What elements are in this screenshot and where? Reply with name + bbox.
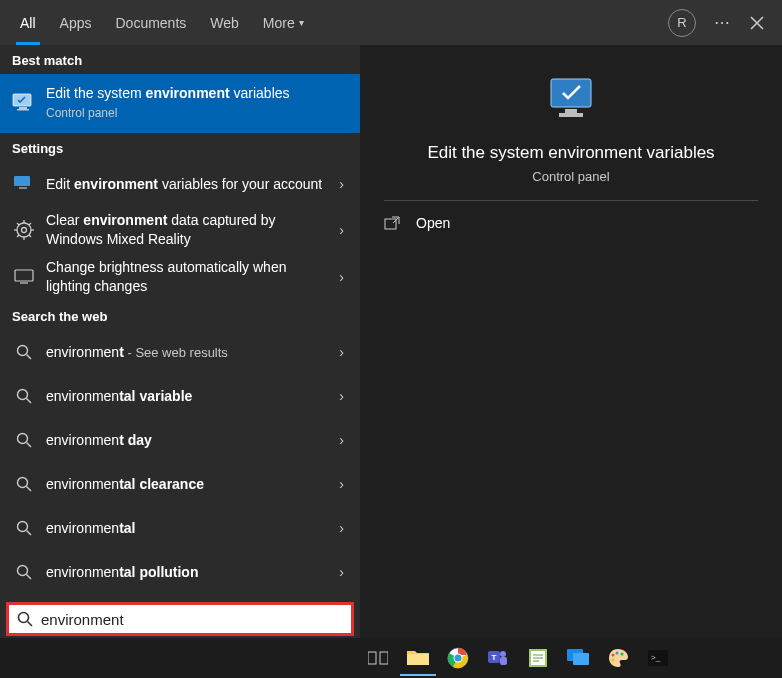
svg-rect-55 (573, 653, 589, 665)
web-item-3[interactable]: environmental clearance › (0, 462, 360, 506)
web-item-0[interactable]: environment - See web results › (0, 330, 360, 374)
search-icon (10, 384, 38, 408)
svg-point-36 (19, 613, 29, 623)
detail-panel: Edit the system environment variables Co… (360, 45, 782, 638)
tab-web[interactable]: Web (198, 0, 251, 45)
svg-rect-48 (500, 657, 507, 665)
svg-text:T: T (492, 653, 497, 662)
svg-rect-39 (380, 652, 388, 664)
search-icon (10, 560, 38, 584)
svg-line-20 (27, 398, 32, 403)
best-match-title: Edit the system environment variables (46, 84, 350, 103)
chevron-right-icon: › (333, 520, 350, 536)
task-view-icon[interactable] (360, 640, 396, 676)
web-item-2[interactable]: environment day › (0, 418, 360, 462)
settings-item-label: Clear environment data captured by Windo… (46, 211, 333, 249)
chevron-right-icon: › (333, 564, 350, 580)
search-input[interactable] (41, 611, 343, 628)
detail-hero-icon (543, 75, 599, 127)
chevron-right-icon: › (333, 388, 350, 404)
chevron-right-icon: › (333, 269, 350, 285)
tab-documents[interactable]: Documents (103, 0, 198, 45)
results-panel: Best match Edit the system environment v… (0, 45, 360, 638)
gear-icon (10, 218, 38, 242)
terminal-icon[interactable]: >_ (640, 640, 676, 676)
settings-item-label: Change brightness automatically when lig… (46, 258, 333, 296)
svg-rect-32 (565, 109, 577, 113)
svg-point-27 (18, 565, 28, 575)
system-settings-icon (10, 91, 38, 115)
web-item-1[interactable]: environmental variable › (0, 374, 360, 418)
open-icon (384, 216, 416, 230)
teams-icon[interactable]: T (480, 640, 516, 676)
svg-line-26 (27, 530, 32, 535)
svg-point-6 (22, 227, 27, 232)
web-item-4[interactable]: environmental › (0, 506, 360, 550)
chevron-right-icon: › (333, 222, 350, 238)
svg-rect-33 (559, 113, 583, 117)
open-action[interactable]: Open (384, 201, 758, 245)
chrome-icon[interactable] (440, 640, 476, 676)
open-label: Open (416, 215, 450, 231)
tab-all[interactable]: All (8, 0, 48, 45)
svg-line-22 (27, 442, 32, 447)
svg-point-44 (455, 655, 462, 662)
chevron-right-icon: › (333, 432, 350, 448)
web-item-label: environmental (46, 519, 333, 538)
svg-point-19 (18, 389, 28, 399)
notepadpp-icon[interactable] (520, 640, 556, 676)
best-match-item[interactable]: Edit the system environment variables Co… (0, 74, 360, 133)
svg-line-18 (27, 354, 32, 359)
rdp-icon[interactable] (560, 640, 596, 676)
web-item-label: environmental variable (46, 387, 333, 406)
tab-apps[interactable]: Apps (48, 0, 104, 45)
system-settings-icon (10, 172, 38, 196)
svg-line-24 (27, 486, 32, 491)
search-box[interactable] (6, 602, 354, 636)
svg-point-25 (18, 521, 28, 531)
web-item-5[interactable]: environmental pollution › (0, 550, 360, 594)
web-item-label: environmental clearance (46, 475, 333, 494)
search-icon (10, 516, 38, 540)
svg-rect-38 (368, 652, 376, 664)
svg-point-5 (17, 223, 31, 237)
search-icon (17, 611, 33, 627)
section-search-web: Search the web (0, 301, 360, 330)
monitor-icon (10, 265, 38, 289)
svg-line-12 (29, 235, 31, 237)
svg-line-13 (17, 235, 19, 237)
svg-point-58 (621, 653, 624, 656)
close-icon[interactable] (740, 16, 774, 30)
detail-subtitle: Control panel (532, 169, 609, 184)
svg-point-17 (18, 345, 28, 355)
svg-rect-31 (551, 79, 591, 107)
svg-line-14 (29, 223, 31, 225)
search-icon (10, 472, 38, 496)
svg-point-23 (18, 477, 28, 487)
svg-rect-15 (15, 270, 33, 281)
user-avatar[interactable]: R (668, 9, 696, 37)
web-item-label: environment day (46, 431, 333, 450)
settings-item-label: Edit environment variables for your acco… (46, 175, 333, 194)
chevron-right-icon: › (333, 476, 350, 492)
taskbar: T >_ (0, 638, 782, 678)
svg-point-57 (616, 652, 619, 655)
settings-item-1[interactable]: Clear environment data captured by Windo… (0, 206, 360, 253)
svg-rect-3 (14, 176, 30, 186)
file-explorer-icon[interactable] (400, 640, 436, 676)
section-settings: Settings (0, 133, 360, 162)
chevron-right-icon: › (333, 176, 350, 192)
tab-more[interactable]: More▾ (251, 0, 316, 45)
svg-point-47 (500, 651, 506, 657)
settings-item-2[interactable]: Change brightness automatically when lig… (0, 254, 360, 301)
more-options-icon[interactable]: ⋯ (704, 13, 740, 32)
settings-item-0[interactable]: Edit environment variables for your acco… (0, 162, 360, 206)
paint-icon[interactable] (600, 640, 636, 676)
search-filter-tabs: All Apps Documents Web More▾ R ⋯ (0, 0, 782, 45)
svg-text:>_: >_ (651, 653, 661, 662)
svg-line-28 (27, 574, 32, 579)
svg-point-21 (18, 433, 28, 443)
svg-point-59 (612, 659, 615, 662)
search-icon (10, 340, 38, 364)
detail-title: Edit the system environment variables (427, 143, 714, 163)
